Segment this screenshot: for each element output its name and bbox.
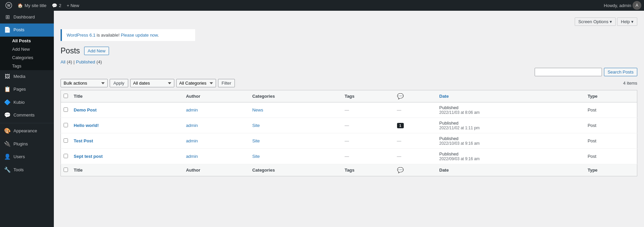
- title-cell: Sept test post: [70, 149, 183, 164]
- site-home-icon: 🏠: [17, 3, 23, 8]
- row-checkbox-cell: [61, 118, 71, 133]
- category-link[interactable]: News: [252, 107, 263, 112]
- sidebar-item-dashboard[interactable]: ⊞ Dashboard: [0, 11, 54, 24]
- sidebar-item-posts[interactable]: 📄 Posts: [0, 24, 54, 36]
- author-link[interactable]: admin: [186, 107, 198, 112]
- row-checkbox[interactable]: [64, 123, 68, 127]
- new-content-item[interactable]: + New: [64, 0, 82, 11]
- wp-logo-item[interactable]: W: [3, 0, 15, 11]
- filters-row: Bulk actions Edit Move to Trash Apply Al…: [61, 79, 637, 87]
- author-link[interactable]: admin: [186, 123, 198, 128]
- post-title-link[interactable]: Test Post: [74, 138, 93, 143]
- table-footer-row: Title Author Categories Tags 💬 Date Type: [61, 164, 637, 176]
- select-all-column: [61, 90, 71, 102]
- sidebar-item-label: Users: [13, 154, 25, 160]
- all-posts-filter-link[interactable]: All: [61, 59, 65, 64]
- title-cell: Hello world!: [70, 118, 183, 133]
- posts-icon: 📄: [4, 26, 11, 34]
- comments-dash: —: [397, 138, 401, 143]
- users-icon: 👤: [4, 153, 11, 161]
- title-cell: Demo Post: [70, 102, 183, 118]
- categories-cell: Site: [249, 133, 341, 149]
- sidebar-item-media[interactable]: 🖼 Media: [0, 70, 54, 83]
- sidebar-item-tools[interactable]: 🔧 Tools: [0, 164, 54, 176]
- filter-button[interactable]: Filter: [218, 79, 235, 87]
- table-body: Demo Post admin News — — Published: [61, 102, 637, 164]
- howdy-text: Howdy, admin: [604, 3, 631, 8]
- comments-column-icon: 💬: [397, 93, 404, 99]
- sidebar-item-kubio[interactable]: 🔷 Kubio: [0, 96, 54, 109]
- row-checkbox[interactable]: [64, 138, 68, 143]
- category-link[interactable]: Site: [252, 138, 260, 143]
- sidebar-item-label: Appearance: [13, 128, 37, 134]
- date-value: 2022/11/02 at 1:11 pm: [439, 126, 581, 130]
- sidebar-item-label: Kubio: [13, 99, 25, 105]
- admin-bar: W 🏠 My site title 💬 2 + New Howdy, admin…: [0, 0, 644, 11]
- site-title-text: My site title: [25, 3, 46, 8]
- date-column-link[interactable]: Date: [439, 94, 449, 99]
- tags-cell: —: [341, 149, 393, 164]
- table-row: Demo Post admin News — — Published: [61, 102, 637, 118]
- author-column-header: Author: [183, 90, 249, 102]
- comments-cell: 1: [394, 118, 436, 133]
- author-link[interactable]: admin: [186, 138, 198, 143]
- row-checkbox[interactable]: [64, 154, 68, 158]
- row-checkbox-cell: [61, 102, 71, 118]
- media-icon: 🖼: [4, 73, 11, 80]
- sidebar-item-users[interactable]: 👤 Users: [0, 150, 54, 163]
- categories-cell: News: [249, 102, 341, 118]
- sidebar-item-appearance[interactable]: 🎨 Appearance: [0, 125, 54, 137]
- date-status: Published: [439, 105, 581, 110]
- select-all-checkbox[interactable]: [64, 94, 68, 98]
- menu-separator: [0, 123, 54, 123]
- sidebar-item-plugins[interactable]: 🔌 Plugins: [0, 138, 54, 150]
- comments-item[interactable]: 💬 2: [49, 0, 64, 11]
- posts-submenu: All Posts Add New Categories Tags: [0, 37, 54, 70]
- search-posts-input[interactable]: [535, 68, 602, 76]
- screen-options-button[interactable]: Screen Options ▾: [575, 17, 616, 26]
- tags-cell: —: [341, 102, 393, 118]
- category-link[interactable]: Site: [252, 154, 260, 159]
- wp-version-link[interactable]: WordPress 6.1: [67, 33, 96, 38]
- sidebar-item-comments[interactable]: 💬 Comments: [0, 109, 54, 122]
- submenu-categories[interactable]: Categories: [0, 53, 54, 62]
- submenu-tags[interactable]: Tags: [0, 62, 54, 70]
- comments-icon: 💬: [52, 3, 57, 8]
- comments-cell: —: [394, 133, 436, 149]
- footer-comments-header: 💬: [394, 164, 436, 176]
- kubio-icon: 🔷: [4, 99, 11, 106]
- categories-filter-select[interactable]: All Categories News Site Uncategorized: [176, 79, 216, 87]
- sidebar-item-label: Posts: [13, 27, 25, 33]
- sidebar-item-pages[interactable]: 📋 Pages: [0, 83, 54, 96]
- wp-logo-icon: W: [5, 2, 12, 9]
- published-filter-link[interactable]: Published: [76, 59, 95, 64]
- row-checkbox[interactable]: [64, 107, 68, 112]
- footer-type-header: Type: [584, 164, 637, 176]
- submenu-all-posts[interactable]: All Posts: [0, 37, 54, 45]
- tags-cell: —: [341, 118, 393, 133]
- author-cell: admin: [183, 102, 249, 118]
- appearance-icon: 🎨: [4, 127, 11, 135]
- author-link[interactable]: admin: [186, 154, 198, 159]
- dates-filter-select[interactable]: All dates November 2022 October 2022 Sep…: [130, 79, 174, 87]
- post-title-link[interactable]: Sept test post: [74, 154, 103, 159]
- comments-column-header: 💬: [394, 90, 436, 102]
- bulk-actions-select[interactable]: Bulk actions Edit Move to Trash: [61, 79, 108, 87]
- add-new-button[interactable]: Add New: [84, 47, 109, 55]
- post-title-link[interactable]: Demo Post: [74, 107, 97, 112]
- site-title-item[interactable]: 🏠 My site title: [15, 0, 49, 11]
- posts-table: Title Author Categories Tags 💬: [61, 90, 637, 176]
- post-title-link[interactable]: Hello world!: [74, 123, 99, 128]
- help-button[interactable]: Help ▾: [617, 17, 637, 26]
- footer-select-all-checkbox[interactable]: [64, 168, 68, 172]
- update-now-link[interactable]: Please update now: [121, 33, 158, 38]
- comment-count-badge[interactable]: 1: [397, 123, 404, 128]
- search-posts-button[interactable]: Search Posts: [604, 68, 637, 76]
- type-cell: Post: [584, 149, 637, 164]
- page-title-area: Posts Add New: [61, 46, 637, 55]
- submenu-add-new[interactable]: Add New: [0, 45, 54, 53]
- apply-button[interactable]: Apply: [110, 79, 128, 87]
- table-row: Test Post admin Site — — Published: [61, 133, 637, 149]
- category-link[interactable]: Site: [252, 123, 260, 128]
- footer-author-header: Author: [183, 164, 249, 176]
